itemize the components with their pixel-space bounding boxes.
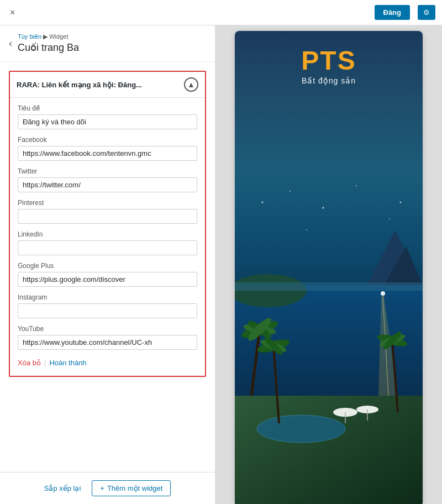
input-instagram[interactable] [18,303,197,318]
svg-point-34 [306,229,307,230]
form-group-facebook: Facebook [18,136,197,161]
widget-title-text: RARA: Liên kết mạng xã hội: Đăng... [17,81,142,89]
widget-area: RARA: Liên kết mạng xã hội: Đăng... ▲ Ti… [0,62,215,472]
widget-toggle-button[interactable]: ▲ [184,77,198,92]
preview-logo-text: PTS [301,48,356,74]
back-button[interactable]: ‹ [9,38,12,49]
form-group-tieu-de: Tiêu đề [18,104,197,129]
reorder-link[interactable]: Sắp xếp lại [44,484,81,492]
svg-point-32 [400,202,402,203]
dang-button[interactable]: Đăng [375,5,411,20]
label-facebook: Facebook [18,136,197,144]
right-panel: PTS Bất động sản [215,25,442,504]
label-pinterest: Pinterest [18,199,197,207]
svg-point-28 [262,202,264,203]
panel-header-text: Tùy biến ▶ Widget Cuối trang Ba [18,33,79,54]
svg-rect-8 [235,396,423,504]
breadcrumb-separator: ▶ [41,33,49,40]
top-bar: × Đăng ⚙ [0,0,442,25]
label-youtube: YouTube [18,325,197,333]
svg-point-30 [323,207,324,209]
svg-point-29 [290,191,291,192]
form-group-google-plus: Google Plus [18,262,197,287]
input-pinterest[interactable] [18,209,197,224]
input-facebook[interactable] [18,146,197,161]
breadcrumb: Tùy biến ▶ Widget [18,33,79,40]
form-group-linkedin: LinkedIn [18,230,197,255]
widget-form: Tiêu đề Facebook Twitter [10,98,205,376]
add-icon: + [100,484,104,492]
add-widget-button[interactable]: + Thêm một widget [92,480,171,496]
svg-point-7 [381,291,385,296]
add-widget-label: Thêm một widget [107,484,162,492]
widget-box: RARA: Liên kết mạng xã hội: Đăng... ▲ Ti… [9,71,206,377]
form-group-twitter: Twitter [18,167,197,192]
panel-header: ‹ Tùy biến ▶ Widget Cuối trang Ba [0,25,215,62]
phone-preview: PTS Bất động sản [235,31,423,504]
preview-scene-svg [235,175,423,504]
label-google-plus: Google Plus [18,262,197,270]
input-tieu-de[interactable] [18,114,197,129]
input-google-plus[interactable] [18,272,197,287]
breadcrumb-current: Widget [49,33,68,40]
form-group-pinterest: Pinterest [18,199,197,224]
left-panel: ‹ Tùy biến ▶ Widget Cuối trang Ba RARA: … [0,25,215,504]
preview-image: PTS Bất động sản [235,31,423,504]
svg-point-33 [389,218,390,219]
panel-title: Cuối trang Ba [18,41,79,54]
label-twitter: Twitter [18,167,197,175]
label-linkedin: LinkedIn [18,230,197,238]
svg-rect-4 [235,282,423,291]
form-group-instagram: Instagram [18,293,197,318]
delete-link[interactable]: Xóa bỏ [18,359,41,367]
label-instagram: Instagram [18,293,197,301]
widget-actions: Xóa bỏ | Hoàn thành [18,356,197,368]
close-button[interactable]: × [7,6,18,19]
preview-logo: PTS Bất động sản [301,48,356,85]
input-youtube[interactable] [18,335,197,350]
action-separator: | [44,359,46,367]
main-layout: ‹ Tùy biến ▶ Widget Cuối trang Ba RARA: … [0,25,442,504]
done-link[interactable]: Hoàn thành [49,359,86,367]
svg-point-31 [356,185,357,186]
form-group-youtube: YouTube [18,325,197,350]
gear-button[interactable]: ⚙ [418,5,435,20]
widget-title-bar[interactable]: RARA: Liên kết mạng xã hội: Đăng... ▲ [10,72,205,98]
label-tieu-de: Tiêu đề [18,104,197,112]
bottom-bar: Sắp xếp lại + Thêm một widget [0,472,215,504]
breadcrumb-parent-link[interactable]: Tùy biến [18,33,41,40]
preview-logo-sub: Bất động sản [301,76,356,85]
input-linkedin[interactable] [18,240,197,255]
input-twitter[interactable] [18,177,197,192]
